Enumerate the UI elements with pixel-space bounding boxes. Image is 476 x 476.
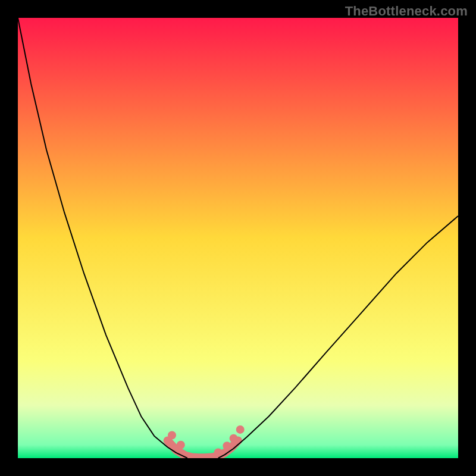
point-valley-dots-4 [230, 434, 238, 443]
point-valley-dots-1 [177, 441, 185, 449]
point-valley-dots-0 [168, 431, 176, 440]
chart-background [18, 18, 458, 458]
point-valley-dots-2 [214, 448, 223, 456]
chart-svg [18, 18, 458, 458]
chart-plot-area [18, 18, 458, 458]
point-valley-dots-5 [236, 425, 245, 434]
watermark-text: TheBottleneck.com [345, 4, 468, 19]
chart-frame: TheBottleneck.com [0, 0, 476, 476]
point-valley-dots-3 [223, 441, 231, 450]
